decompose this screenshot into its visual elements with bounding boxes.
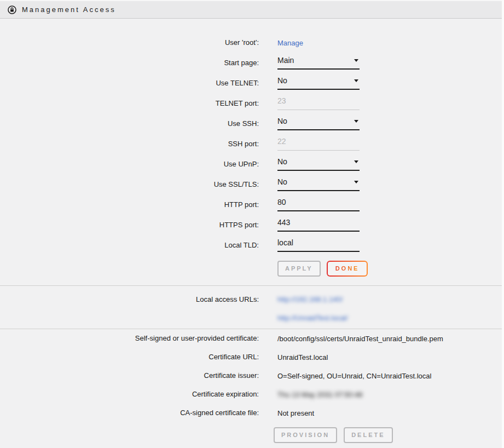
cert-row: CA-signed certificate file: Not present [0, 404, 504, 422]
lock-icon [8, 5, 16, 14]
cert-row: Certificate URL: UnraidTest.local [0, 348, 504, 366]
chevron-down-icon [354, 59, 358, 62]
use-ssl-tls-select[interactable]: No [277, 177, 360, 191]
cert-bundle-path: /boot/config/ssl/certs/UnraidTest_unraid… [277, 335, 443, 343]
select-value: No [277, 177, 287, 186]
cert-url-value: UnraidTest.local [277, 353, 328, 361]
field-label: CA-signed certificate file: [0, 409, 259, 417]
provision-button[interactable]: PROVISION [274, 427, 337, 443]
field-label: Certificate URL: [0, 353, 259, 361]
field-label: HTTPS port: [0, 221, 259, 229]
field-label: SSH port: [0, 140, 259, 148]
form-row-user-root: User 'root': Manage [0, 32, 504, 53]
field-label: Local TLD: [0, 241, 259, 250]
form-row-use-ssh: Use SSH: No [0, 113, 504, 134]
field-label: Use SSH: [0, 119, 259, 128]
field-label: Self-signed or user-provided certificate… [0, 334, 259, 343]
right-edge-strip [502, 0, 504, 448]
cert-row: Certificate expiration: Thu 13 May 2031 … [0, 385, 504, 404]
ssh-port-input[interactable]: 22 [277, 137, 360, 151]
form-row-use-upnp: Use UPnP: No [0, 154, 504, 174]
manage-root-link[interactable]: Manage [277, 39, 303, 47]
field-label: Use TELNET: [0, 79, 259, 88]
form-row-http-port: HTTP port: 80 [0, 194, 504, 215]
field-label: Start page: [0, 59, 259, 67]
field-label: Use SSL/TLS: [0, 180, 259, 189]
start-page-select[interactable]: Main [277, 56, 360, 70]
local-tld-input[interactable]: local [277, 238, 360, 252]
chevron-down-icon [354, 79, 358, 82]
https-port-input[interactable]: 443 [277, 218, 360, 232]
form-row-ssh-port: SSH port: 22 [0, 134, 504, 154]
ca-cert-file-value: Not present [277, 409, 314, 417]
done-button[interactable]: DONE [328, 262, 367, 275]
cert-expiration-value: Thu 13 May 2031 07:50:48 [277, 390, 362, 399]
form-row-local-tld: Local TLD: local [0, 235, 504, 255]
form-row-telnet-port: TELNET port: 23 [0, 93, 504, 113]
select-value: No [277, 76, 287, 85]
local-access-url-link[interactable]: http://192.168.1.140/ [277, 294, 348, 306]
form-row-start-page: Start page: Main [0, 53, 504, 73]
field-label: Certificate issuer: [0, 371, 259, 380]
page-header: Management Access [0, 0, 504, 19]
certificate-section: Self-signed or user-provided certificate… [0, 329, 504, 443]
field-label: Local access URLs: [0, 294, 259, 306]
field-label: HTTP port: [0, 200, 259, 209]
form-row-use-ssl: Use SSL/TLS: No [0, 174, 504, 194]
delete-button[interactable]: DELETE [344, 427, 392, 443]
apply-button[interactable]: APPLY [277, 261, 321, 277]
settings-form-section: User 'root': Manage Start page: Main Use… [0, 19, 504, 285]
local-access-section: Local access URLs: http://192.168.1.140/… [0, 286, 504, 329]
cert-row: Self-signed or user-provided certificate… [0, 329, 504, 348]
field-label: Certificate expiration: [0, 390, 259, 399]
page-title: Management Access [22, 5, 116, 14]
field-label: TELNET port: [0, 99, 259, 108]
cert-row: Certificate issuer: O=Self-signed, OU=Un… [0, 366, 504, 385]
use-ssh-select[interactable]: No [277, 117, 360, 130]
management-access-page: Management Access User 'root': Manage St… [0, 0, 504, 443]
form-buttons: APPLY DONE [277, 261, 504, 277]
chevron-down-icon [354, 120, 358, 123]
chevron-down-icon [354, 160, 358, 163]
done-button-border: DONE [327, 261, 368, 277]
field-label: Use UPnP: [0, 160, 259, 169]
use-upnp-select[interactable]: No [277, 157, 360, 171]
form-row-https-port: HTTPS port: 443 [0, 215, 504, 235]
http-port-input[interactable]: 80 [277, 198, 360, 211]
field-label: User 'root': [0, 38, 259, 47]
chevron-down-icon [354, 181, 358, 183]
cert-issuer-value: O=Self-signed, OU=Unraid, CN=UnraidTest.… [277, 372, 431, 380]
select-value: No [277, 117, 287, 125]
select-value: No [277, 157, 287, 166]
telnet-port-input[interactable]: 23 [277, 96, 360, 110]
local-access-url-link[interactable]: http://UnraidTest.local/ [277, 312, 348, 324]
certificate-buttons: PROVISION DELETE [274, 427, 504, 443]
form-row-use-telnet: Use TELNET: No [0, 73, 504, 93]
select-value: Main [277, 56, 294, 65]
use-telnet-select[interactable]: No [277, 76, 360, 90]
